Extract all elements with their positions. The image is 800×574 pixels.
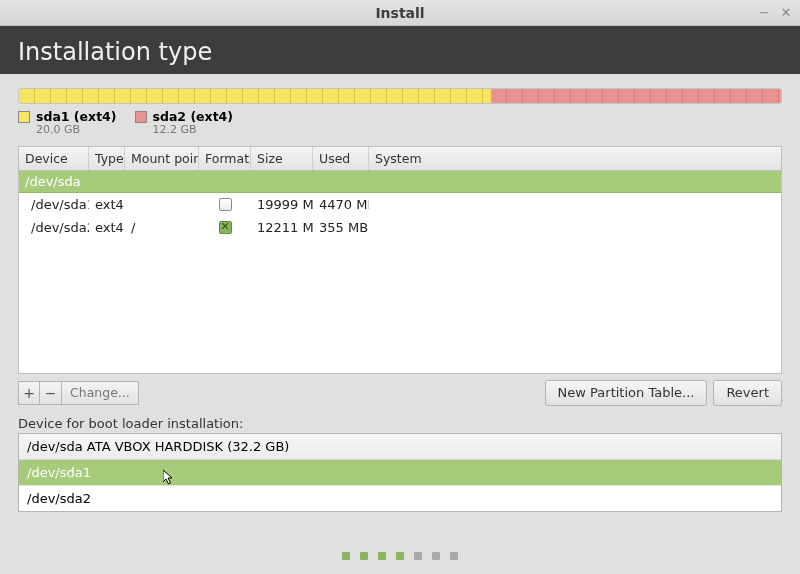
- col-format[interactable]: Format?: [199, 147, 251, 170]
- change-partition-button[interactable]: Change...: [62, 381, 139, 405]
- format-checkbox[interactable]: [219, 221, 232, 234]
- cell-used: 355 MB: [313, 220, 369, 235]
- format-checkbox[interactable]: [219, 198, 232, 211]
- bootloader-option-sda2[interactable]: /dev/sda2: [19, 485, 781, 511]
- cell-format[interactable]: [199, 198, 251, 211]
- bootloader-current-option[interactable]: /dev/sda ATA VBOX HARDDISK (32.2 GB): [19, 434, 781, 460]
- legend-label: sda1 (ext4): [36, 110, 117, 124]
- pager-dot[interactable]: [396, 552, 404, 560]
- remove-partition-button[interactable]: −: [40, 381, 62, 405]
- partition-bar-sda1: [19, 89, 491, 103]
- col-type[interactable]: Type: [89, 147, 125, 170]
- legend-label: sda2 (ext4): [153, 110, 234, 124]
- pager-dot[interactable]: [432, 552, 440, 560]
- pager-dot[interactable]: [450, 552, 458, 560]
- new-partition-table-button[interactable]: New Partition Table...: [545, 380, 708, 406]
- col-used[interactable]: Used: [313, 147, 369, 170]
- add-partition-button[interactable]: +: [18, 381, 40, 405]
- cell-size: 19999 MB: [251, 197, 313, 212]
- col-system[interactable]: System: [369, 147, 781, 170]
- cell-type: ext4: [89, 197, 125, 212]
- pager-dots: [0, 530, 800, 574]
- window-title: Install: [0, 5, 800, 21]
- cell-device: /dev/sda1: [19, 197, 89, 212]
- cell-used: 4470 MB: [313, 197, 369, 212]
- bootloader-label: Device for boot loader installation:: [18, 416, 782, 431]
- pager-dot[interactable]: [342, 552, 350, 560]
- cell-device: /dev/sda2: [19, 220, 89, 235]
- legend-swatch-icon: [135, 111, 147, 123]
- partition-bar-sda2: [491, 89, 781, 103]
- content-area: sda1 (ext4) 20.0 GB sda2 (ext4) 12.2 GB …: [0, 74, 800, 530]
- col-device[interactable]: Device: [19, 147, 89, 170]
- bootloader-option-sda1[interactable]: /dev/sda1: [19, 460, 781, 485]
- table-row[interactable]: /dev/sda1 ext4 19999 MB 4470 MB: [19, 193, 781, 216]
- disk-row-sda[interactable]: /dev/sda: [19, 171, 781, 193]
- legend-size: 20.0 GB: [36, 124, 117, 136]
- install-window: Install − ✕ Installation type sda1 (ext4…: [0, 0, 800, 574]
- cell-size: 12211 MB: [251, 220, 313, 235]
- table-row[interactable]: /dev/sda2 ext4 / 12211 MB 355 MB: [19, 216, 781, 239]
- legend-item-sda2: sda2 (ext4) 12.2 GB: [135, 110, 234, 136]
- legend-swatch-icon: [18, 111, 30, 123]
- titlebar: Install − ✕: [0, 0, 800, 26]
- pager-dot[interactable]: [360, 552, 368, 560]
- page-title: Installation type: [0, 26, 800, 74]
- col-size[interactable]: Size: [251, 147, 313, 170]
- minimize-button[interactable]: −: [756, 4, 772, 20]
- cell-mount: /: [125, 220, 199, 235]
- legend-item-sda1: sda1 (ext4) 20.0 GB: [18, 110, 117, 136]
- bootloader-dropdown[interactable]: /dev/sda ATA VBOX HARDDISK (32.2 GB) /de…: [18, 433, 782, 512]
- pager-dot[interactable]: [414, 552, 422, 560]
- col-mount[interactable]: Mount point: [125, 147, 199, 170]
- titlebar-controls: − ✕: [756, 4, 794, 20]
- revert-button[interactable]: Revert: [713, 380, 782, 406]
- cell-format[interactable]: [199, 221, 251, 234]
- partition-bar: [18, 88, 782, 104]
- partition-table: Device Type Mount point Format? Size Use…: [18, 146, 782, 374]
- legend-size: 12.2 GB: [153, 124, 234, 136]
- pager-dot[interactable]: [378, 552, 386, 560]
- partition-toolbar: + − Change... New Partition Table... Rev…: [18, 380, 782, 406]
- partition-legend: sda1 (ext4) 20.0 GB sda2 (ext4) 12.2 GB: [18, 110, 782, 136]
- cell-type: ext4: [89, 220, 125, 235]
- close-button[interactable]: ✕: [778, 4, 794, 20]
- table-header: Device Type Mount point Format? Size Use…: [19, 147, 781, 171]
